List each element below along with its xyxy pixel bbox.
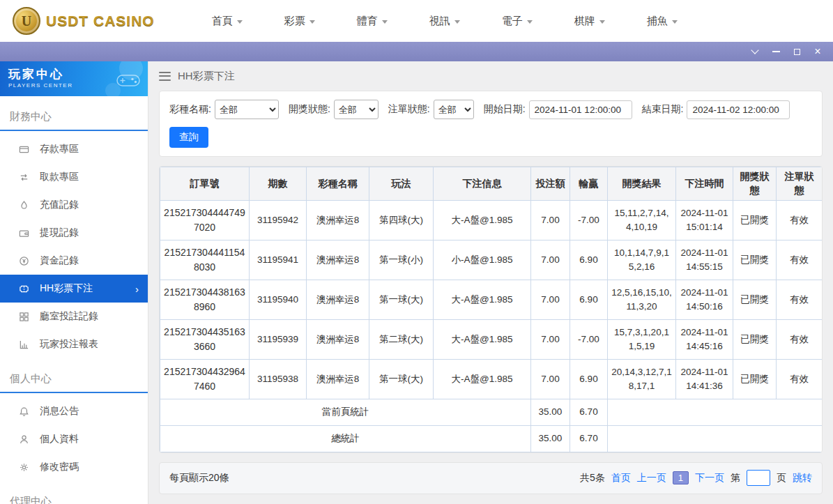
cell-time: 2024-11-01 14:41:36 [676,359,733,399]
next-page-link[interactable]: 下一页 [695,472,724,484]
top-nav: 首頁 彩票 體育 視訊 電子 棋牌 捕魚 [191,15,698,28]
cell-draw-status: 已開獎 [733,359,777,399]
total-summary-row: 總統計 35.00 6.70 [160,425,823,452]
players-center-banner: 玩家中心 PLAYERS CENTER [0,61,148,96]
logo: U USDT CASINO [13,7,155,35]
cell-order-status: 有效 [777,240,823,280]
sidebar-item-withdraw[interactable]: 取款專區 [0,163,148,191]
draw-status-select[interactable]: 全部 [334,100,379,119]
bell-icon [19,406,29,417]
filter-lottery-name: 彩種名稱: 全部 [169,100,279,119]
cell-play: 第一球(大) [369,359,434,399]
nav-label: 電子 [502,15,523,28]
col-play-type: 玩法 [369,167,434,201]
sidebar: 玩家中心 PLAYERS CENTER 財務中心 存款專區 取款專 [0,61,148,504]
end-date-input[interactable] [687,100,790,119]
start-date-input[interactable] [529,100,632,119]
filter-label: 結束日期: [642,103,684,116]
window-close-button[interactable]: × [809,43,826,60]
cell-time: 2024-11-01 14:45:16 [676,319,733,359]
col-bet-amount: 投注額 [531,167,570,201]
sidebar-item-label: 玩家投注報表 [40,338,98,351]
cell-period: 31195939 [250,319,307,359]
page-summary-label: 當前頁統計 [160,399,531,425]
search-button[interactable]: 查詢 [169,127,208,148]
cell-play: 第一球(大) [369,280,434,319]
cell-bet-info: 大-A盤@1.985 [434,200,531,240]
nav-label: 首頁 [212,15,233,28]
grid-icon [19,312,29,322]
sidebar-item-player-bet-report[interactable]: 玩家投注報表 [0,330,148,358]
table-row: 2152173044447497020 31195942 澳洲幸运8 第四球(大… [160,200,823,240]
sidebar-item-announcements[interactable]: 消息公告 [0,397,148,425]
sidebar-item-fund-records[interactable]: 資金記錄 [0,247,148,275]
exchange-icon [19,172,29,183]
droplet-icon [19,200,29,211]
filter-label: 開獎狀態: [289,103,330,116]
cell-time: 2024-11-01 15:01:14 [676,200,733,240]
breadcrumb: HH彩票下注 [159,61,823,91]
gear-icon [19,462,29,473]
sidebar-item-hall-bet-records[interactable]: 廳室投註記錄 [0,303,148,330]
card-icon [19,144,29,155]
chevron-down-icon [672,20,678,24]
hamburger-menu-icon[interactable] [159,72,171,81]
table-header-row: 訂單號 期數 彩種名稱 玩法 下注信息 投注額 輸贏 開獎結果 下注時間 開獎狀… [160,167,823,201]
cell-order-status: 有效 [777,280,823,319]
usdt-coin-icon: U [13,7,40,35]
order-status-select[interactable]: 全部 [434,100,474,119]
nav-item-live[interactable]: 視訊 [408,15,481,28]
sidebar-item-deposit[interactable]: 存款專區 [0,135,148,163]
section-header-agent: 代理中心 [0,489,148,504]
ticket-icon [19,284,29,294]
section-finance: 財務中心 存款專區 取款專區 充值記錄 提現記錄 [0,105,148,358]
gamepad-icon [92,61,146,96]
chevron-down-icon [382,20,388,24]
sidebar-item-recharge-records[interactable]: 充值記錄 [0,191,148,219]
total-summary-empty [608,425,823,452]
col-draw-result: 開獎結果 [608,167,676,201]
chart-icon [19,339,29,350]
prev-page-link[interactable]: 上一页 [637,472,666,484]
nav-label: 彩票 [284,15,305,28]
nav-item-sports[interactable]: 體育 [336,15,408,28]
nav-label: 體育 [357,15,378,28]
cell-order-id: 2152173044329647460 [160,359,250,399]
sidebar-item-label: 提現記錄 [40,227,79,239]
col-bet-info: 下注信息 [434,167,531,201]
nav-item-home[interactable]: 首頁 [191,15,263,28]
nav-item-cards[interactable]: 棋牌 [553,15,626,28]
window-maximize-button[interactable] [788,43,805,60]
sidebar-item-label: 修改密碼 [40,461,79,473]
current-page-indicator[interactable]: 1 [673,471,689,484]
nav-label: 視訊 [429,15,450,28]
table-row: 2152173044381638960 31195940 澳洲幸运8 第一球(大… [160,280,823,319]
section-agent: 代理中心 [0,489,148,504]
nav-item-slots[interactable]: 電子 [481,15,553,28]
first-page-link[interactable]: 首页 [611,472,631,484]
cell-draw-status: 已開獎 [733,200,777,240]
cell-result: 15,7,3,1,20,11,5,19 [608,319,676,359]
cell-win: -7.00 [570,200,608,240]
cell-period: 31195938 [250,359,307,399]
page-summary-row: 當前頁統計 35.00 6.70 [160,399,823,425]
window-minimize-button[interactable] [767,43,784,60]
chevron-down-icon [309,20,315,24]
sidebar-item-change-password[interactable]: 修改密碼 [0,453,148,481]
sidebar-item-profile[interactable]: 個人資料 [0,425,148,453]
sidebar-item-hh-lottery-bets[interactable]: HH彩票下注 › [0,275,148,303]
nav-item-lottery[interactable]: 彩票 [263,15,336,28]
col-bet-time: 下注時間 [676,167,733,201]
sidebar-item-withdraw-records[interactable]: 提現記錄 [0,219,148,247]
lottery-name-select[interactable]: 全部 [215,100,279,119]
chevron-right-icon: › [135,283,139,295]
main-content: HH彩票下注 彩種名稱: 全部 開獎狀態: 全部 注單狀態: [148,61,833,504]
filter-order-status: 注單狀態: 全部 [388,100,474,119]
cell-bet-info: 大-A盤@1.985 [434,319,531,359]
window-collapse-button[interactable] [747,43,763,60]
jump-button[interactable]: 跳转 [793,472,812,484]
cell-order-id: 2152173044411548030 [160,240,250,280]
cell-lottery: 澳洲幸运8 [307,319,369,359]
page-jump-input[interactable] [747,470,770,486]
nav-item-fishing[interactable]: 捕魚 [626,15,698,28]
